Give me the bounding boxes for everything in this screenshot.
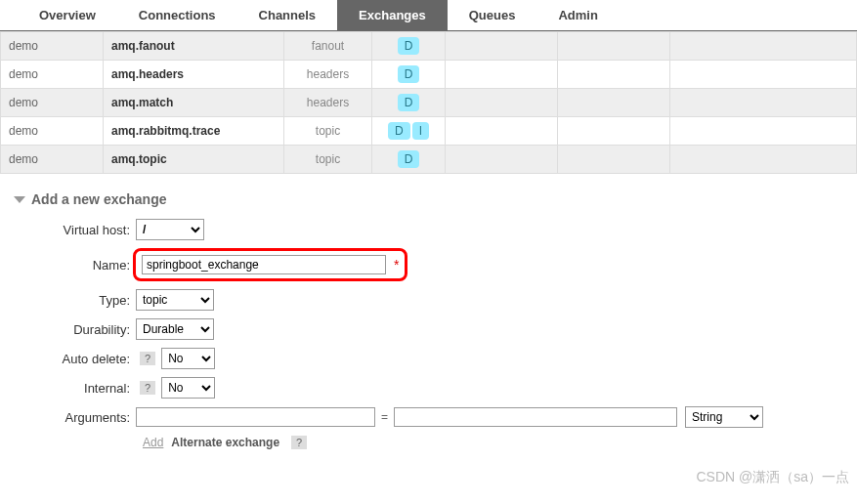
table-row: demoamq.rabbitmq.tracetopicDI	[1, 117, 857, 146]
features-cell: D	[372, 89, 446, 117]
vhost-cell: demo	[1, 61, 104, 89]
feature-badge: D	[398, 150, 420, 168]
type-label: Type:	[14, 293, 136, 308]
rate-in-cell	[446, 89, 558, 117]
tab-exchanges[interactable]: Exchanges	[337, 0, 448, 30]
type-cell: topic	[284, 117, 372, 146]
vhost-cell: demo	[1, 146, 104, 174]
alternate-exchange-link[interactable]: Alternate exchange	[171, 436, 279, 449]
feature-badge: D	[398, 94, 420, 111]
argument-value-input[interactable]	[394, 407, 677, 427]
rate-in-cell	[446, 146, 558, 174]
features-cell: D	[372, 61, 446, 89]
rate-in-cell	[446, 117, 558, 146]
autodelete-select[interactable]: No	[161, 348, 215, 369]
exchange-name-cell[interactable]: amq.rabbitmq.trace	[104, 117, 284, 146]
rate-out-cell	[558, 89, 670, 117]
vhost-cell: demo	[1, 89, 104, 117]
extra-cell	[670, 32, 857, 61]
extra-cell	[670, 146, 857, 174]
features-cell: D	[372, 146, 446, 174]
rate-out-cell	[558, 146, 670, 174]
table-row: demoamq.fanoutfanoutD	[1, 32, 857, 61]
feature-badge: D	[388, 122, 410, 140]
features-cell: DI	[372, 117, 446, 146]
type-select[interactable]: topic	[136, 289, 214, 311]
name-highlight: *	[133, 248, 407, 281]
feature-badge: D	[398, 65, 420, 83]
type-cell: fanout	[284, 32, 372, 61]
durability-select[interactable]: Durable	[136, 318, 214, 340]
add-exchange-header[interactable]: Add a new exchange	[14, 191, 857, 207]
exchange-name-cell[interactable]: amq.topic	[104, 146, 284, 174]
table-row: demoamq.matchheadersD	[1, 89, 857, 117]
required-mark: *	[394, 257, 399, 273]
exchange-name-cell[interactable]: amq.headers	[104, 61, 284, 89]
arguments-label: Arguments:	[14, 410, 136, 425]
add-argument-link[interactable]: Add	[143, 436, 163, 449]
rate-in-cell	[446, 61, 558, 89]
rate-out-cell	[558, 32, 670, 61]
name-input[interactable]	[142, 255, 386, 274]
extra-cell	[670, 89, 857, 117]
internal-select[interactable]: No	[161, 377, 215, 399]
tab-admin[interactable]: Admin	[536, 0, 619, 30]
rate-out-cell	[558, 117, 670, 146]
internal-label: Internal:	[14, 381, 136, 396]
tab-queues[interactable]: Queues	[448, 0, 537, 30]
tab-channels[interactable]: Channels	[237, 0, 338, 30]
exchange-name-cell[interactable]: amq.match	[104, 89, 284, 117]
argument-type-select[interactable]: String	[685, 406, 763, 428]
main-tabs: Overview Connections Channels Exchanges …	[0, 0, 857, 31]
rate-out-cell	[558, 61, 670, 89]
name-label: Name:	[14, 258, 136, 273]
durability-label: Durability:	[14, 322, 136, 337]
vhost-cell: demo	[1, 32, 104, 61]
argument-key-input[interactable]	[136, 407, 375, 427]
tab-overview[interactable]: Overview	[18, 0, 117, 30]
autodelete-help-icon[interactable]: ?	[140, 352, 155, 365]
type-cell: headers	[284, 89, 372, 117]
type-cell: headers	[284, 61, 372, 89]
internal-help-icon[interactable]: ?	[140, 381, 155, 395]
extra-cell	[670, 61, 857, 89]
autodelete-label: Auto delete:	[14, 352, 136, 366]
type-cell: topic	[284, 146, 372, 174]
exchanges-table: demoamq.fanoutfanoutDdemoamq.headershead…	[0, 31, 857, 174]
vhost-label: Virtual host:	[14, 223, 136, 237]
table-row: demoamq.topictopicD	[1, 146, 857, 174]
rate-in-cell	[446, 32, 558, 61]
tab-connections[interactable]: Connections	[117, 0, 237, 30]
watermark: CSDN @潇洒（sa）一点	[696, 469, 849, 486]
section-title: Add a new exchange	[31, 191, 166, 207]
exchange-name-cell[interactable]: amq.fanout	[104, 32, 284, 61]
add-exchange-form: Virtual host: / Name: * Type: topic Dura…	[14, 219, 857, 449]
equals-sign: =	[381, 410, 388, 424]
features-cell: D	[372, 32, 446, 61]
feature-badge: D	[398, 37, 420, 55]
chevron-down-icon	[14, 196, 25, 203]
vhost-select[interactable]: /	[136, 219, 204, 240]
extra-cell	[670, 117, 857, 146]
table-row: demoamq.headersheadersD	[1, 61, 857, 89]
feature-badge: I	[412, 122, 429, 140]
alternate-help-icon[interactable]: ?	[291, 436, 307, 449]
vhost-cell: demo	[1, 117, 104, 146]
